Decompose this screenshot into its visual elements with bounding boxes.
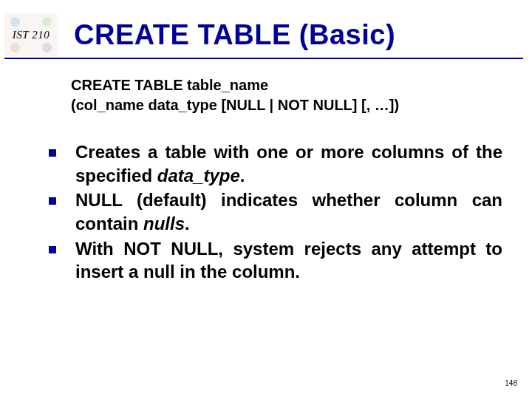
syntax-block: CREATE TABLE table_name (col_name data_t… [71,75,532,115]
bullet-post: . [240,166,245,185]
course-logo: IST 210 [4,13,58,56]
title-underline [4,58,523,59]
list-item: NULL (default) indicates whether column … [49,188,502,235]
list-item: Creates a table with one or more columns… [49,140,502,187]
bullet-icon [49,197,56,205]
slide-header: IST 210 CREATE TABLE (Basic) [0,0,532,56]
page-number: 148 [505,379,517,387]
syntax-line-1: CREATE TABLE table_name [71,75,532,95]
bullet-text: Creates a table with one or more columns… [75,140,502,187]
list-item: With NOT NULL, system rejects any attemp… [49,237,502,284]
bullet-pre: Creates a table with one or more columns… [75,142,502,185]
syntax-line-2: (col_name data_type [NULL | NOT NULL] [,… [71,95,532,115]
bullet-pre: With NOT NULL, system rejects any attemp… [75,239,502,282]
bullet-icon [49,149,56,157]
bullet-emphasis: nulls [143,214,185,233]
bullet-emphasis: data_type [157,166,240,185]
bullet-post: . [185,214,190,233]
bullet-list: Creates a table with one or more columns… [49,140,502,284]
bullet-text: NULL (default) indicates whether column … [75,188,502,235]
bullet-pre: NULL (default) indicates whether column … [75,190,502,233]
bullet-icon [49,246,56,253]
course-label: IST 210 [13,29,50,41]
bullet-text: With NOT NULL, system rejects any attemp… [75,237,502,284]
slide-title: CREATE TABLE (Basic) [74,19,395,51]
